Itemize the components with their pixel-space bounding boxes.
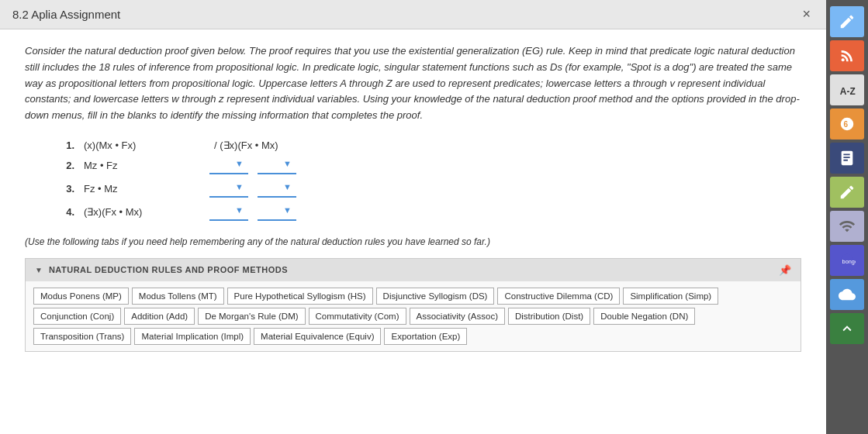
rule-tag-14[interactable]: Material Implication (Impl) [134,328,251,345]
proof-formula-1: (x)(Mx • Fx) [84,140,200,151]
sidebar-btn-book[interactable] [830,143,864,174]
description-text: Consider the natural deduction proof giv… [25,43,801,124]
sidebar-btn-edit[interactable] [830,177,864,208]
proof-num-2: 2. [56,160,74,171]
sidebar-btn-pencil[interactable] [830,6,864,37]
rule-tag-4[interactable]: Constructive Dilemma (CD) [497,288,620,305]
rules-header[interactable]: ▼ NATURAL DEDUCTION RULES AND PROOF METH… [26,259,801,281]
triangle-icon: ▼ [35,266,43,274]
hint-text: (Use the following tabs if you need help… [25,236,801,247]
sidebar-btn-chevron[interactable] [830,313,864,344]
sidebar-btn-bongo[interactable]: bongo [830,245,864,276]
title-bar: 8.2 Aplia Assignment × [0,0,826,29]
rule-tag-1[interactable]: Modus Tollens (MT) [132,288,224,305]
rule-tag-3[interactable]: Disjunctive Syllogism (DS) [376,288,495,305]
rule-tag-11[interactable]: Distribution (Dist) [508,308,590,325]
sidebar-btn-rss[interactable] [830,40,864,71]
main-content: 8.2 Aplia Assignment × Consider the natu… [0,0,826,434]
content-area: Consider the natural deduction proof giv… [0,29,826,434]
rule-tag-8[interactable]: De Morgan's Rule (DM) [198,308,305,325]
rules-header-text: NATURAL DEDUCTION RULES AND PROOF METHOD… [49,265,288,274]
rule-tag-16[interactable]: Exportation (Exp) [384,328,467,345]
rule-tag-15[interactable]: Material Equivalence (Equiv) [254,328,381,345]
pin-icon[interactable]: 📌 [779,264,791,276]
page-title: 8.2 Aplia Assignment [12,8,120,21]
svg-point-0 [842,58,845,61]
proof-row3-dropdown1[interactable] [209,181,248,198]
proof-row-4: 4. (∃x)(Fx • Mx) [56,204,801,221]
rules-content: Modus Ponens (MP)Modus Tollens (MT)Pure … [26,281,801,351]
rule-tag-10[interactable]: Associativity (Assoc) [410,308,505,325]
proof-num-1: 1. [56,140,74,151]
sidebar-btn-cloud[interactable] [830,279,864,310]
rule-tag-2[interactable]: Pure Hypothetical Syllogism (HS) [227,288,373,305]
rules-section: ▼ NATURAL DEDUCTION RULES AND PROOF METH… [25,258,801,352]
sidebar-btn-az[interactable]: A-Z [830,74,864,105]
sidebar: A-Z 6 bongo [826,0,868,434]
proof-row4-dropdown1[interactable] [209,204,248,221]
proof-row-3: 3. Fz • Mz [56,181,801,198]
proof-formula-3: Fz • Mz [84,183,200,195]
proof-row4-dropdown2[interactable] [258,204,296,221]
proof-row2-dropdown1[interactable] [209,157,248,174]
proof-formula-4: (∃x)(Fx • Mx) [84,206,200,218]
proof-row-2: 2. Mz • Fz [56,157,801,174]
proof-num-3: 3. [56,183,74,195]
rule-tag-5[interactable]: Simplification (Simp) [623,288,718,305]
sidebar-btn-signal[interactable] [830,211,864,242]
rules-header-left: ▼ NATURAL DEDUCTION RULES AND PROOF METH… [35,265,288,274]
rule-tag-13[interactable]: Transposition (Trans) [33,328,131,345]
close-button[interactable]: × [799,6,814,22]
svg-text:6: 6 [843,120,848,129]
rule-tag-6[interactable]: Conjunction (Conj) [33,308,121,325]
proof-divider-1: / (∃x)(Fx • Mx) [214,140,278,151]
proof-row2-dropdown2[interactable] [258,157,296,174]
proof-num-4: 4. [56,206,74,218]
svg-text:bongo: bongo [842,258,856,265]
rule-tag-9[interactable]: Commutativity (Com) [309,308,406,325]
proof-row-1: 1. (x)(Mx • Fx) / (∃x)(Fx • Mx) [56,140,801,151]
rule-tag-12[interactable]: Double Negation (DN) [593,308,695,325]
svg-text:A-Z: A-Z [840,86,856,97]
proof-formula-2: Mz • Fz [84,160,200,171]
rule-tag-0[interactable]: Modus Ponens (MP) [33,288,129,305]
sidebar-btn-orange[interactable]: 6 [830,108,864,140]
proof-table: 1. (x)(Mx • Fx) / (∃x)(Fx • Mx) 2. Mz • … [56,140,801,221]
rule-tag-7[interactable]: Addition (Add) [124,308,195,325]
proof-row3-dropdown2[interactable] [258,181,296,198]
